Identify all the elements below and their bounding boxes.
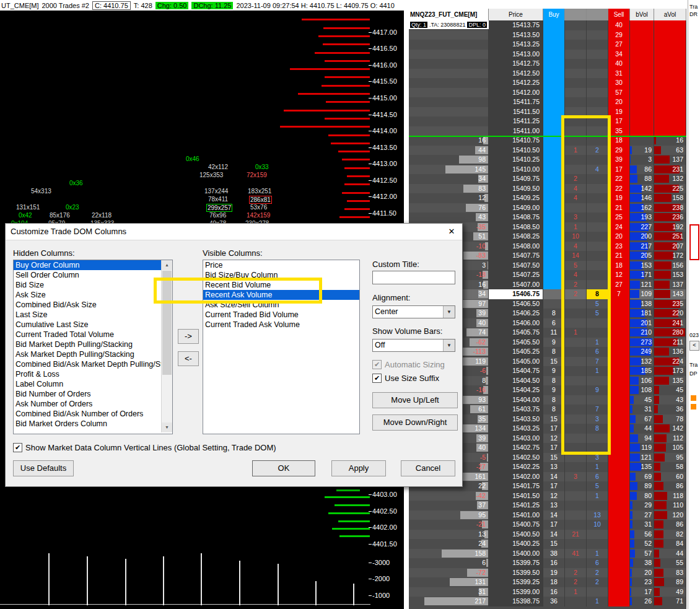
- hidden-column-item[interactable]: Bid Market Orders Column: [14, 419, 162, 429]
- hidden-column-item[interactable]: Ask Size: [14, 290, 162, 300]
- dom-price-row[interactable]: 13115399.2518222389: [409, 577, 686, 587]
- dom-cell-sell[interactable]: [608, 443, 630, 453]
- dom-cell-buy[interactable]: 15: [543, 453, 565, 463]
- dom-price-row[interactable]: -4215401.5012180118: [409, 491, 686, 501]
- hidden-column-item[interactable]: Last Size: [14, 310, 162, 320]
- ok-button[interactable]: OK: [252, 460, 315, 476]
- dom-price-row[interactable]: 15412.7540: [409, 59, 686, 69]
- dom-price-row[interactable]: 14515410.0041786231: [409, 165, 686, 175]
- dom-cell-buy[interactable]: [543, 289, 565, 299]
- dom-cell-buy[interactable]: 15: [543, 539, 565, 549]
- dom-cell-buy[interactable]: [543, 280, 565, 290]
- dom-cell-sell[interactable]: 27: [608, 280, 630, 290]
- dom-cell-buy[interactable]: [543, 299, 565, 309]
- apply-button[interactable]: Apply: [331, 460, 386, 476]
- dom-cell-buy[interactable]: 18: [543, 577, 565, 587]
- dom-cell-buy[interactable]: 13: [543, 501, 565, 510]
- dom-cell-buy[interactable]: [543, 193, 565, 203]
- dom-cell-sell[interactable]: [608, 558, 630, 568]
- dom-price-row[interactable]: 15411.0035: [409, 126, 686, 136]
- dom-cell-sell[interactable]: 20: [608, 232, 630, 242]
- dom-cell-buy[interactable]: 15: [543, 357, 565, 367]
- visible-column-item[interactable]: Recent Ask Volume: [203, 290, 359, 300]
- dom-price-row[interactable]: 3415409.7522288132: [409, 174, 686, 184]
- dom-cell-buy[interactable]: [543, 261, 565, 271]
- dom-price-row[interactable]: 21715398.753612671: [409, 597, 686, 607]
- scrollbar[interactable]: ▲ ▼: [161, 260, 172, 432]
- dom-cell-sell[interactable]: 25: [608, 212, 630, 222]
- dom-cell-buy[interactable]: 13: [543, 462, 565, 472]
- dom-cell-buy[interactable]: 11: [543, 328, 565, 338]
- dom-cell-buy[interactable]: [543, 270, 565, 280]
- scroll-up-icon[interactable]: ▲: [162, 260, 172, 270]
- visible-columns-listbox[interactable]: PriceBid Size/Buy ColumnRecent Bid Volum…: [203, 260, 360, 434]
- dom-cell-sell[interactable]: 17: [608, 116, 630, 126]
- dialog-title[interactable]: Customize Trade DOM Columns: [6, 224, 462, 240]
- dom-cell-sell[interactable]: [608, 568, 630, 578]
- dom-cell-sell[interactable]: [608, 414, 630, 424]
- dom-cell-buy[interactable]: 36: [543, 597, 565, 607]
- dom-price-row[interactable]: 15412.0057: [409, 88, 686, 98]
- close-icon[interactable]: ✕: [443, 226, 460, 238]
- dom-cell-sell[interactable]: [608, 462, 630, 472]
- dom-cell-sell[interactable]: [608, 424, 630, 434]
- chevron-down-icon[interactable]: [443, 340, 455, 351]
- dom-cell-sell[interactable]: [608, 539, 630, 549]
- dom-cell-sell[interactable]: [608, 395, 630, 405]
- visible-column-item[interactable]: Current Traded Ask Volume: [203, 320, 359, 330]
- dom-cell-sell[interactable]: [608, 357, 630, 367]
- dom-cell-sell[interactable]: [608, 299, 630, 309]
- dom-cell-sell[interactable]: 7: [608, 289, 630, 299]
- dom-cell-buy[interactable]: 17: [543, 520, 565, 530]
- move-down-right-button[interactable]: Move Down/Right: [372, 414, 458, 431]
- dom-price-row[interactable]: 2415400.25155284: [409, 539, 686, 549]
- dom-cell-buy[interactable]: 14: [543, 472, 565, 482]
- dom-cell-buy[interactable]: 17: [543, 424, 565, 434]
- dom-cell-sell[interactable]: 57: [608, 88, 630, 98]
- dom-price-row[interactable]: 15815400.00384115744: [409, 549, 686, 559]
- hidden-columns-listbox[interactable]: ▲ ▼ Buy Order ColumnSell Order ColumnBid…: [13, 260, 173, 434]
- dom-cell-buy[interactable]: 38: [543, 549, 565, 559]
- dom-cell-sell[interactable]: 40: [608, 20, 630, 30]
- dom-cell-buy[interactable]: 16: [543, 558, 565, 568]
- dom-header-avol[interactable]: aVol: [654, 9, 686, 20]
- visible-column-item[interactable]: Bid Size/Buy Column: [203, 270, 359, 280]
- dom-cell-sell[interactable]: [608, 385, 630, 395]
- move-to-hidden-button[interactable]: <-: [178, 351, 199, 366]
- dom-cell-buy[interactable]: 14: [543, 510, 565, 520]
- dom-cell-buy[interactable]: [543, 174, 565, 184]
- dom-price-row[interactable]: 9815410.25393137: [409, 155, 686, 165]
- visible-column-item[interactable]: Ask Size/Sell Column: [203, 300, 359, 310]
- scrollbar-thumb[interactable]: [162, 271, 172, 375]
- dom-price-row[interactable]: 15412.2530: [409, 78, 686, 88]
- hidden-column-item[interactable]: Bid Number of Orders: [14, 389, 162, 399]
- dom-cell-buy[interactable]: 16: [543, 587, 565, 597]
- dom-header-sell[interactable]: Sell: [608, 9, 630, 20]
- dom-cell-sell[interactable]: 21: [608, 251, 630, 261]
- dom-cell-sell[interactable]: 19: [608, 193, 630, 203]
- dom-cell-buy[interactable]: [543, 203, 565, 213]
- dom-cell-buy[interactable]: [543, 30, 565, 40]
- checkbox-icon[interactable]: [13, 443, 22, 452]
- hidden-column-item[interactable]: Combined Bid/Ask Market Depth Pulling/St…: [14, 359, 162, 369]
- dom-cell-buy[interactable]: [543, 88, 565, 98]
- dom-cell-sell[interactable]: [608, 347, 630, 357]
- hidden-column-item[interactable]: Ask Market Depth Pulling/Stacking: [14, 349, 162, 359]
- dom-cell-buy[interactable]: [543, 251, 565, 261]
- dom-cell-buy[interactable]: [543, 107, 565, 117]
- dom-cell-sell[interactable]: [608, 491, 630, 501]
- dom-cell-sell[interactable]: 21: [608, 203, 630, 213]
- dom-cell-sell[interactable]: [608, 481, 630, 491]
- dom-price-row[interactable]: 1215409.25419146158: [409, 193, 686, 203]
- dom-cell-buy[interactable]: 14: [543, 530, 565, 540]
- dom-cell-sell[interactable]: 19: [608, 107, 630, 117]
- hidden-column-item[interactable]: Cumulative Last Size: [14, 320, 162, 330]
- dom-cell-buy[interactable]: [543, 136, 565, 146]
- dom-cell-buy[interactable]: 6: [543, 318, 565, 328]
- dom-price-row[interactable]: -7215399.5019222083: [409, 568, 686, 578]
- dom-cell-sell[interactable]: 29: [608, 30, 630, 40]
- move-to-visible-button[interactable]: ->: [178, 329, 199, 344]
- dom-header-recent-ask-volume[interactable]: [587, 9, 608, 20]
- scroll-down-icon[interactable]: ▼: [162, 423, 172, 432]
- collapse-arrow-button[interactable]: <: [689, 341, 699, 351]
